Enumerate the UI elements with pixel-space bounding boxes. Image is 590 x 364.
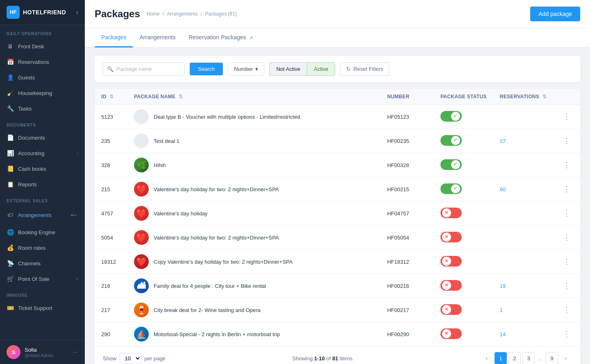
package-image: ⛵ [134, 327, 149, 341]
user-info: Sofia @Hotel Admin [25, 347, 68, 358]
sidebar-item-label: Front Desk [18, 43, 78, 50]
row-actions-button[interactable]: ⋮ [560, 280, 574, 292]
tab-reservation-packages[interactable]: Reservation Packages ↗ [182, 28, 259, 47]
add-package-button[interactable]: Add package [530, 7, 580, 21]
row-actions-button[interactable]: ⋮ [560, 135, 574, 147]
sidebar-item-point-of-sale[interactable]: 🛒 Point Of Sale ↗ [0, 271, 85, 287]
cell-reservations [493, 201, 553, 226]
reservations-link[interactable]: 19 [500, 283, 506, 289]
point-of-sale-icon: 🛒 [7, 275, 14, 283]
cell-package-name: ❤️Valentine's day holiday for two: 2 nig… [127, 226, 381, 250]
sidebar-item-channels[interactable]: 📡 Channels [0, 255, 85, 271]
cell-actions: ⋮ [553, 105, 580, 129]
cell-id: 290 [95, 322, 127, 346]
sidebar-item-tasks[interactable]: 🔧 Tasks [0, 101, 85, 116]
status-toggle[interactable]: ✓ [440, 135, 462, 146]
x-icon: ✕ [445, 234, 448, 240]
sidebar-item-ticket-support[interactable]: 🎫 Ticket Support [0, 300, 85, 316]
sort-icon[interactable]: ⇅ [542, 94, 547, 99]
content-area: 🔍 Search Number ▾ Not Active Active ↻ Re… [85, 47, 590, 364]
reservations-link[interactable]: 60 [500, 186, 506, 192]
table-row: 215❤️Valentine's day holiday for two: 2 … [95, 177, 580, 201]
status-toggle[interactable]: ✕ [440, 256, 462, 267]
sidebar-item-guests[interactable]: 👤 Guests [0, 70, 85, 85]
breadcrumb-arrangements[interactable]: Arrangements [167, 11, 197, 17]
prev-page-button[interactable]: ‹ [481, 352, 493, 364]
page-9-button[interactable]: 9 [546, 352, 558, 364]
sidebar-item-arrangements[interactable]: 🏷 Arrangements ← [0, 206, 85, 224]
sidebar-item-booking-engine[interactable]: 🌐 Booking Engine [0, 224, 85, 240]
reservations-link[interactable]: 1 [500, 307, 503, 313]
row-actions-button[interactable]: ⋮ [560, 231, 574, 244]
cell-package-status: ✓ [434, 129, 493, 153]
page-3-button[interactable]: 3 [522, 352, 535, 364]
sidebar-item-cash-books[interactable]: 📒 Cash books [0, 161, 85, 176]
breadcrumb: Home / Arrangements / Packages (81) [147, 11, 237, 17]
status-toggle[interactable]: ✕ [440, 208, 462, 218]
tab-arrangements[interactable]: Arrangements [133, 28, 182, 47]
row-actions-button[interactable]: ⋮ [560, 183, 574, 195]
reservations-link[interactable]: 27 [500, 138, 506, 144]
row-actions-button[interactable]: ⋮ [560, 328, 574, 340]
status-toggle[interactable]: ✓ [440, 111, 462, 122]
row-actions-button[interactable]: ⋮ [560, 255, 574, 268]
row-actions-button[interactable]: ⋮ [560, 304, 574, 316]
per-page-select[interactable]: 10 25 50 [120, 353, 141, 364]
booking-engine-icon: 🌐 [7, 228, 14, 236]
cell-number: HF00290 [381, 322, 434, 346]
status-toggle[interactable]: ✓ [440, 183, 462, 194]
sidebar-item-label: Booking Engine [18, 229, 78, 235]
logo-icon: HF [7, 6, 20, 19]
status-toggle[interactable]: ✕ [440, 328, 462, 339]
number-filter-button[interactable]: Number ▾ [228, 62, 264, 76]
cell-package-name: Deal type B - Voucher with multiple opti… [127, 105, 381, 129]
reset-filters-button[interactable]: ↻ Reset Filters [340, 62, 389, 76]
room-rates-icon: 💰 [7, 244, 14, 251]
sidebar-item-reservations[interactable]: 📅 Reservations [0, 54, 85, 70]
not-active-filter-button[interactable]: Not Active [269, 62, 307, 76]
sidebar-item-label: Reports [18, 181, 78, 188]
status-toggle[interactable]: ✕ [440, 232, 462, 242]
tab-packages[interactable]: Packages [95, 28, 133, 47]
row-actions-button[interactable]: ⋮ [560, 207, 574, 219]
status-toggle[interactable]: ✕ [440, 304, 462, 315]
next-page-button[interactable]: › [560, 352, 572, 364]
status-toggle[interactable]: ✓ [440, 159, 462, 170]
active-filter-button[interactable]: Active [307, 62, 335, 76]
sidebar-item-label: Channels [18, 260, 78, 267]
search-button[interactable]: Search [190, 63, 223, 75]
page-2-button[interactable]: 2 [508, 352, 521, 364]
sidebar-item-documents[interactable]: 📄 Documents [0, 130, 85, 145]
sidebar-item-housekeeping[interactable]: 🧹 Housekeeping [0, 85, 85, 101]
sort-icon[interactable]: ⇅ [179, 94, 183, 99]
cell-reservations: 1 [493, 298, 553, 322]
row-actions-button[interactable]: ⋮ [560, 159, 574, 171]
sidebar-item-room-rates[interactable]: 💰 Room rates [0, 240, 85, 255]
reservations-link[interactable]: 14 [500, 331, 506, 337]
status-toggle[interactable]: ✕ [440, 280, 462, 291]
sidebar-item-label: Documents [18, 135, 78, 141]
logout-icon[interactable]: → [72, 348, 78, 356]
chevron-right-icon: › [77, 151, 78, 156]
sort-icon[interactable]: ⇅ [109, 94, 113, 99]
status-filter-group: Not Active Active [269, 62, 335, 76]
sidebar-item-front-desk[interactable]: 🖥 Front Desk [0, 38, 85, 54]
package-name-text: Valentine's day holiday for two: 2 night… [154, 186, 279, 192]
x-icon: ✕ [445, 258, 448, 264]
page-1-button[interactable]: 1 [495, 352, 507, 364]
sidebar-collapse-icon[interactable]: ‹ [76, 9, 78, 16]
cell-package-name: ❤️Valentine's day holiday for two: 2 nig… [127, 177, 381, 201]
per-page-control: Show 10 25 50 per page [103, 353, 166, 364]
ticket-support-icon: 🎫 [7, 304, 14, 312]
sidebar-item-label: Guests [18, 75, 78, 81]
row-actions-button[interactable]: ⋮ [560, 111, 574, 123]
breadcrumb-home[interactable]: Home [147, 11, 160, 17]
sidebar-item-reports[interactable]: 📋 Reports [0, 176, 85, 192]
sidebar-item-accounting[interactable]: 📊 Accounting › [0, 145, 85, 161]
search-input[interactable] [103, 62, 185, 76]
package-name-text: Deal type B - Voucher with multiple opti… [154, 114, 300, 120]
cell-package-status: ✕ [434, 201, 493, 226]
table-header-row: ID ⇅ Package name ⇅ Number Package statu… [95, 89, 580, 105]
x-icon: ✕ [445, 283, 448, 288]
table-row: 216🏙Family deal for 4 people : City tour… [95, 274, 580, 298]
